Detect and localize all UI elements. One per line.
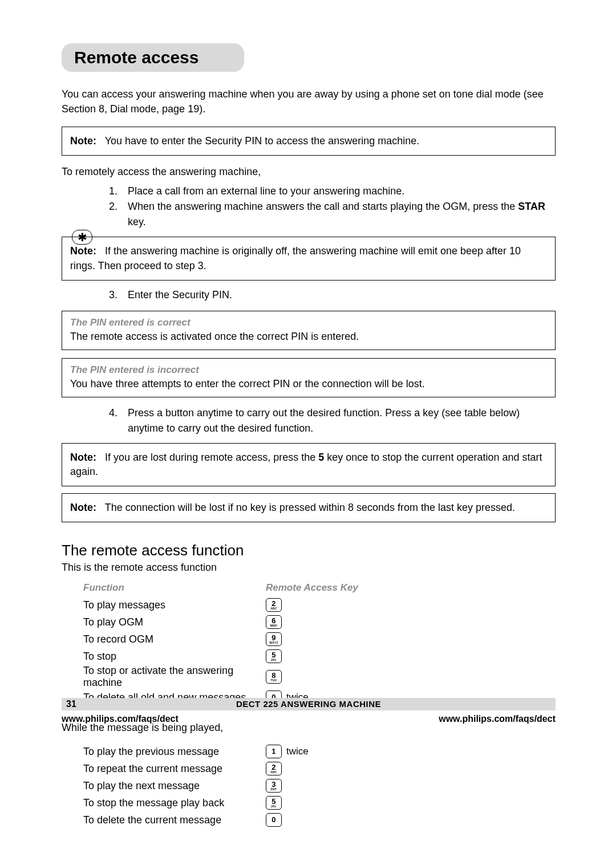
step-text: Enter the Security PIN. (128, 287, 556, 303)
key-cell: 9WXYZ (266, 632, 282, 646)
footer-url-left: www.philips.com/faqs/dect (62, 714, 179, 724)
note-3-label: Note: (70, 452, 96, 463)
function-cell: To play the next message (83, 780, 266, 792)
note-1-box: Note: You have to enter the Security PIN… (62, 127, 556, 156)
step-text-bold: STAR (518, 201, 545, 212)
step-text-pre: When the answering machine answers the c… (128, 201, 518, 212)
step-number: 3. (102, 287, 117, 303)
keycap-icon: 9WXYZ (266, 632, 282, 646)
function-cell: To repeat the current message (83, 763, 266, 775)
function-table-1: Function Remote Access Key To play messa… (83, 579, 556, 706)
keycap-icon: 6MNO (266, 615, 282, 629)
function-cell: To play messages (83, 599, 266, 611)
footer-url-right: www.philips.com/faqs/dect (439, 714, 556, 724)
function-cell: To play OGM (83, 616, 266, 628)
table-row: To delete the current message0 (83, 811, 556, 828)
table-row: To stop the message play back5JKL (83, 794, 556, 811)
keycap-icon: 5JKL (266, 796, 282, 810)
key-cell: 1twice (266, 745, 309, 758)
after-note-text: To remotely access the answering machine… (62, 166, 556, 178)
key-cell: 2ABC (266, 598, 282, 612)
table-row: To play messages2ABC (83, 596, 556, 614)
note-4-text: The connection will be lost if no key is… (105, 502, 515, 513)
function-cell: To stop (83, 651, 266, 663)
table-header-function: Function (83, 582, 266, 594)
key-cell: 6MNO (266, 615, 282, 629)
table-row: To play OGM6MNO (83, 614, 556, 631)
key-cell: 5JKL (266, 649, 282, 663)
note-3-box: Note: If you are lost during remote acce… (62, 443, 556, 486)
note-4-label: Note: (70, 502, 96, 513)
note-2-text: If the answering machine is originally o… (70, 245, 521, 271)
table-row: To stop or activate the answering machin… (83, 665, 556, 689)
function-cell: To delete the current message (83, 814, 266, 826)
step-row: 2. When the answering machine answers th… (102, 199, 556, 230)
keycap-icon: 0 (266, 813, 282, 827)
step-text: When the answering machine answers the c… (128, 199, 556, 230)
key-cell: 3DEF (266, 779, 282, 793)
table-row: To play the previous message1twice (83, 743, 556, 760)
step-row: 4. Press a button anytime to carry out t… (102, 405, 556, 436)
step-4: 4. Press a button anytime to carry out t… (102, 405, 556, 436)
table-row: To play the next message3DEF (83, 777, 556, 794)
note-1-label: Note: (70, 135, 96, 147)
keycap-icon: 5JKL (266, 649, 282, 663)
subsection-intro: This is the remote access function (62, 562, 556, 574)
pin-incorrect-box: The PIN entered is incorrect You have th… (62, 358, 556, 397)
table-header-key: Remote Access Key (266, 582, 358, 594)
note-4-box: Note: The connection will be lost if no … (62, 493, 556, 522)
step-number: 4. (102, 405, 117, 421)
pin-incorrect-title: The PIN entered is incorrect (70, 364, 547, 376)
step-text: Press a button anytime to carry out the … (128, 405, 556, 436)
function-cell: To record OGM (83, 633, 266, 645)
key-cell: 8TUV (266, 670, 282, 684)
note-1-text: You have to enter the Security PIN to ac… (105, 135, 420, 147)
subsection-heading: The remote access function (62, 542, 556, 559)
function-cell: To stop or activate the answering machin… (83, 665, 266, 689)
step-text: Place a call from an external line to yo… (128, 184, 556, 199)
step-number: 2. (102, 199, 117, 214)
footer-bar: 31 DECT 225 ANSWERING MACHINE (62, 698, 556, 710)
star-glyph: ✱ (78, 231, 87, 243)
keycap-icon: 3DEF (266, 779, 282, 793)
keycap-icon: 2ABC (266, 598, 282, 612)
steps-1-2: 1. Place a call from an external line to… (102, 184, 556, 230)
keycap-icon: 2ABC (266, 762, 282, 775)
table-header-row: Function Remote Access Key (83, 579, 556, 596)
step-number: 1. (102, 184, 117, 199)
note-2-label: Note: (70, 245, 96, 257)
function-table-2: To play the previous message1twiceTo rep… (83, 743, 556, 828)
step-text-pre: Place a call from an external line to yo… (128, 185, 404, 197)
keycap-icon: 8TUV (266, 670, 282, 684)
pin-incorrect-text: You have three attempts to enter the cor… (70, 378, 547, 390)
step-3: 3. Enter the Security PIN. (102, 287, 556, 303)
section-title-pill: Remote access (62, 43, 244, 72)
pin-correct-box: The PIN entered is correct The remote ac… (62, 311, 556, 350)
keycap-icon: 1 (266, 745, 282, 758)
function-cell: To stop the message play back (83, 797, 266, 809)
star-key-icon: ✱ (72, 230, 92, 245)
footer-title: DECT 225 ANSWERING MACHINE (62, 699, 556, 709)
step-row: 3. Enter the Security PIN. (102, 287, 556, 303)
table-row: To stop5JKL (83, 648, 556, 665)
table-row: To repeat the current message2ABC (83, 760, 556, 777)
pin-correct-text: The remote access is activated once the … (70, 331, 547, 343)
key-suffix: twice (286, 746, 309, 757)
step-row: 1. Place a call from an external line to… (102, 184, 556, 199)
note-3-bold: 5 (318, 452, 324, 463)
section-title: Remote access (74, 48, 198, 67)
intro-paragraph: You can access your answering machine wh… (62, 87, 556, 116)
note-3-pre: If you are lost during remote access, pr… (105, 452, 318, 463)
key-cell: 2ABC (266, 762, 282, 775)
key-cell: 0 (266, 813, 282, 827)
note-2-box: Note: If the answering machine is origin… (62, 237, 556, 280)
key-cell: 5JKL (266, 796, 282, 810)
step-text-post: key. (128, 216, 146, 228)
pin-correct-title: The PIN entered is correct (70, 317, 547, 328)
function-cell: To play the previous message (83, 746, 266, 758)
table-row: To record OGM9WXYZ (83, 631, 556, 648)
